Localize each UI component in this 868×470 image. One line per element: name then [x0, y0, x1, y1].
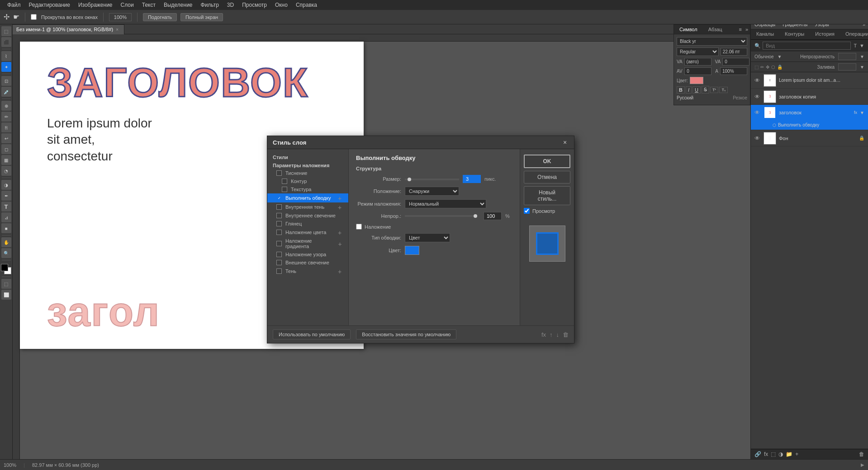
footer-down-icon[interactable]: ↓	[556, 331, 560, 338]
bold-btn[interactable]: B	[677, 86, 685, 94]
screen-mode-tool[interactable]: ⬜	[1, 290, 11, 300]
layer-search-input[interactable]	[763, 42, 851, 50]
style-satin[interactable]: Глянец	[267, 220, 348, 228]
layer-visibility-header[interactable]: 👁	[754, 109, 761, 116]
layer-item-lorem[interactable]: 👁 T Lorem ipsum dolor sit am...adipiscin…	[751, 72, 868, 89]
menu-item-help[interactable]: Справка	[292, 1, 321, 9]
channels-tab[interactable]: Каналы	[751, 29, 779, 39]
style-gradient-overlay[interactable]: Наложение градиента +	[267, 237, 348, 250]
font-family-select[interactable]: Black yr	[677, 37, 747, 46]
style-gradient-overlay-add[interactable]: +	[337, 240, 343, 247]
leading-input[interactable]	[684, 58, 711, 66]
layer-item-header-copy[interactable]: 👁 З заголовок копия	[751, 89, 868, 105]
font-size-input[interactable]	[721, 48, 747, 56]
style-emboss[interactable]: Тиснение	[267, 169, 348, 177]
add-layer-btn[interactable]: +	[795, 451, 798, 457]
select-tool[interactable]: ⬚	[1, 26, 11, 36]
dialog-close-button[interactable]: ×	[561, 139, 569, 146]
eraser-tool[interactable]: ◻	[1, 144, 11, 154]
layer-filter-icon[interactable]: ▼	[859, 43, 864, 48]
fullscreen-button[interactable]: Полный экран	[180, 13, 223, 21]
menu-item-view[interactable]: Просмотр	[238, 1, 270, 9]
add-mask-btn[interactable]: ⬚	[771, 451, 776, 457]
layer-item-background[interactable]: 👁 ░ Фон 🔒	[751, 130, 868, 146]
layer-visibility-header-copy[interactable]: 👁	[754, 94, 761, 100]
tab-close-button[interactable]: ×	[116, 27, 119, 32]
clone-tool[interactable]: ⎘	[1, 122, 11, 132]
underline-btn[interactable]: U	[693, 86, 701, 94]
blur-tool[interactable]: ◔	[1, 166, 11, 176]
size-input[interactable]	[463, 175, 481, 183]
overlay-checkbox[interactable]	[356, 224, 362, 230]
char-tab-paragraph[interactable]: Абзац	[703, 25, 728, 34]
menu-item-text[interactable]: Текст	[138, 1, 159, 9]
preview-checkbox[interactable]	[524, 208, 530, 214]
add-style-btn[interactable]: fx	[764, 451, 768, 457]
menu-item-file[interactable]: Файл	[4, 1, 24, 9]
superscript-btn[interactable]: Tˢ	[710, 87, 719, 93]
add-adjustment-btn[interactable]: ◑	[778, 451, 783, 457]
hand-tool-icon[interactable]: ☛	[13, 13, 19, 21]
canvas-tab-main[interactable]: Без имени-1 @ 100% (заголовок, RGB/8#) ×	[13, 24, 124, 34]
char-panel-menu[interactable]: ≡	[737, 25, 743, 34]
lasso-tool[interactable]: ⌇	[1, 51, 11, 61]
ok-button[interactable]: OK	[524, 155, 570, 168]
heal-tool[interactable]: ⊕	[1, 101, 11, 111]
blend-mode-select[interactable]: Нормальный	[405, 199, 486, 208]
path-select-tool[interactable]: ⊿	[1, 212, 11, 222]
text-color-swatch[interactable]	[690, 77, 703, 84]
menu-item-window[interactable]: Окно	[271, 1, 291, 9]
style-pattern-overlay[interactable]: Наложение узора	[267, 250, 348, 258]
menu-item-select[interactable]: Выделение	[160, 1, 196, 9]
style-inner-shadow[interactable]: Внутренняя тень +	[267, 202, 348, 212]
foreground-color[interactable]	[1, 264, 8, 271]
style-inner-glow[interactable]: Внутреннее свечение	[267, 212, 348, 220]
brush-tool[interactable]: ✏	[1, 112, 11, 122]
crop-tool[interactable]: ⊡	[1, 76, 11, 86]
zoom-tool[interactable]: 🔍	[1, 248, 11, 258]
lock-all-icon[interactable]: 🔒	[777, 65, 783, 70]
lock-artboard-icon[interactable]: ⬡	[771, 65, 775, 70]
tracking-input[interactable]	[684, 67, 711, 75]
hand-tool[interactable]: ✋	[1, 237, 11, 247]
char-panel-expand[interactable]: »	[744, 25, 750, 34]
add-group-btn[interactable]: 📁	[786, 451, 792, 457]
shape-tool[interactable]: ■	[1, 223, 11, 233]
zoom-input[interactable]	[109, 13, 132, 21]
layer-fx-expand[interactable]: ▼	[860, 110, 864, 115]
use-default-button[interactable]: Использовать по умолчанию	[273, 329, 351, 339]
layer-visibility-lorem[interactable]: 👁	[754, 77, 761, 84]
search-filter-icon[interactable]: T	[854, 43, 857, 48]
position-select[interactable]: Снаружи Внутри По центру	[405, 187, 459, 196]
footer-up-icon[interactable]: ↑	[550, 331, 553, 338]
style-contour[interactable]: Контур	[267, 177, 348, 185]
lock-position-icon[interactable]: ✥	[766, 65, 769, 70]
style-texture[interactable]: Текстура	[267, 185, 348, 193]
marquee-tool[interactable]: ⬛	[1, 37, 11, 47]
layer-visibility-background[interactable]: 👁	[754, 135, 761, 141]
strikethrough-btn[interactable]: S̶	[702, 86, 709, 94]
style-color-overlay-add[interactable]: +	[337, 229, 343, 235]
kerning-input[interactable]	[722, 58, 749, 66]
restore-default-button[interactable]: Восстановить значения по умолчанию	[356, 329, 456, 339]
pen-tool[interactable]: ✒	[1, 191, 11, 201]
opacity-input[interactable]	[484, 212, 502, 220]
menu-item-image[interactable]: Изображение	[75, 1, 116, 9]
style-outer-glow[interactable]: Внешнее свечение	[267, 258, 348, 267]
opacity-value-input[interactable]	[838, 53, 856, 60]
style-shadow[interactable]: Тень +	[267, 267, 348, 276]
gradient-tool[interactable]: ▦	[1, 155, 11, 165]
footer-delete-icon[interactable]: 🗑	[563, 331, 569, 338]
fill-value-input[interactable]	[838, 63, 856, 70]
size-slider[interactable]	[405, 179, 459, 180]
menu-item-edit[interactable]: Редактирование	[25, 1, 74, 9]
footer-fx-icon[interactable]: fx	[541, 331, 546, 338]
hscale-input[interactable]	[720, 67, 747, 75]
layer-item-header[interactable]: 👁 З заголовок fx ▼ ⬡ Выполнить обводку	[751, 105, 868, 130]
scroll-all-checkbox[interactable]	[31, 14, 37, 20]
style-inner-shadow-add[interactable]: +	[337, 204, 343, 210]
style-stroke-add[interactable]: +	[337, 195, 343, 201]
lock-transparent-icon[interactable]: ⬚	[754, 65, 759, 70]
lock-pixel-icon[interactable]: ✏	[760, 65, 764, 70]
eyedropper-tool[interactable]: 💉	[1, 87, 11, 97]
